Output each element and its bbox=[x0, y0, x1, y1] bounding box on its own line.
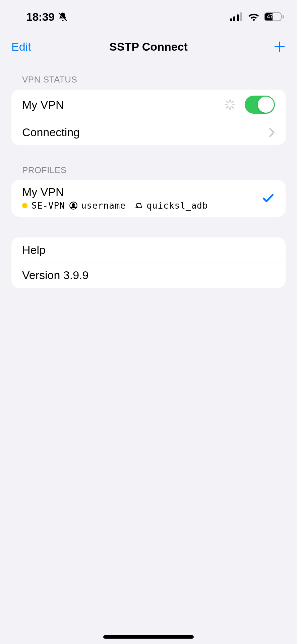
svg-point-4 bbox=[253, 19, 255, 21]
svg-rect-1 bbox=[233, 16, 235, 21]
profile-name-label: My VPN bbox=[22, 185, 261, 199]
server-icon bbox=[134, 201, 143, 210]
profile-row[interactable]: My VPN SE-VPN username bbox=[11, 180, 286, 217]
status-bar: 18:39 47 bbox=[0, 0, 297, 34]
chevron-right-icon bbox=[269, 128, 275, 137]
info-group: Help Version 3.9.9 bbox=[11, 237, 286, 288]
profile-details: SE-VPN username bbox=[22, 201, 261, 211]
spinner-icon bbox=[223, 99, 235, 111]
status-dot-icon bbox=[22, 203, 27, 208]
user-icon bbox=[69, 201, 78, 210]
vpn-state-label: Connecting bbox=[22, 126, 269, 139]
svg-rect-0 bbox=[230, 18, 232, 21]
profiles-section: PROFILES My VPN SE-VPN username bbox=[0, 165, 297, 217]
vpn-toggle[interactable] bbox=[245, 96, 275, 114]
status-time: 18:39 bbox=[26, 10, 54, 23]
cellular-signal-icon bbox=[230, 12, 243, 21]
profiles-group: My VPN SE-VPN username bbox=[11, 180, 286, 217]
help-row[interactable]: Help bbox=[11, 237, 286, 263]
add-button[interactable] bbox=[272, 39, 287, 54]
svg-rect-3 bbox=[240, 12, 242, 21]
checkmark-icon bbox=[261, 192, 275, 205]
status-right: 47 bbox=[230, 12, 284, 21]
vpn-status-group: My VPN Connecting bbox=[11, 90, 286, 145]
profile-protocol: SE-VPN bbox=[32, 201, 65, 211]
edit-button[interactable]: Edit bbox=[11, 40, 31, 53]
info-section: Help Version 3.9.9 bbox=[0, 237, 297, 288]
svg-point-7 bbox=[137, 207, 138, 207]
svg-point-6 bbox=[72, 204, 74, 206]
vpn-toggle-row: My VPN bbox=[11, 90, 286, 120]
version-row: Version 3.9.9 bbox=[11, 263, 286, 288]
plus-icon bbox=[274, 41, 286, 53]
profiles-header: PROFILES bbox=[11, 165, 286, 175]
wifi-icon bbox=[248, 12, 259, 21]
vpn-status-header: VPN STATUS bbox=[11, 74, 286, 85]
vpn-name-label: My VPN bbox=[22, 98, 223, 111]
help-label: Help bbox=[22, 244, 275, 257]
home-indicator bbox=[103, 635, 194, 639]
vpn-status-section: VPN STATUS My VPN Connecting bbox=[0, 74, 297, 145]
bell-slash-icon bbox=[58, 12, 68, 22]
vpn-state-row[interactable]: Connecting bbox=[11, 120, 286, 145]
nav-bar: Edit SSTP Connect bbox=[0, 34, 297, 60]
profile-username: username bbox=[81, 201, 126, 211]
status-left: 18:39 bbox=[26, 10, 68, 23]
battery-indicator: 47 bbox=[264, 12, 284, 21]
page-title: SSTP Connect bbox=[0, 40, 297, 53]
svg-rect-2 bbox=[237, 14, 239, 21]
battery-percent: 47 bbox=[265, 13, 281, 20]
version-label: Version 3.9.9 bbox=[22, 269, 275, 282]
profile-server: quicksl_adb bbox=[146, 201, 208, 211]
